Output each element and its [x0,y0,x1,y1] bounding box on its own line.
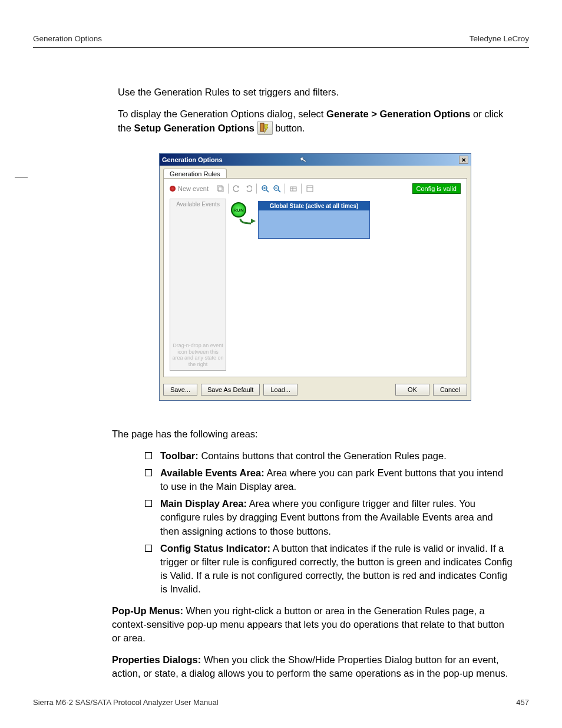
svg-rect-13 [307,186,313,192]
available-events-area[interactable]: Available Events Drag-n-drop an event ic… [170,199,226,371]
zoom-out-icon[interactable] [272,183,282,194]
dialog-footer: Save... Save As Default Load... OK Cance… [163,384,467,396]
intro-p2: To display the Generation Options dialog… [118,107,513,135]
available-events-hint: Drag-n-drop an event icon between this a… [171,342,224,368]
header-right: Teledyne LeCroy [470,34,529,43]
config-status-indicator[interactable]: Config is valid [412,183,461,194]
ok-button[interactable]: OK [395,384,429,396]
toolbar-label: Toolbar: [160,450,199,461]
toolbar-separator [228,183,229,194]
main-display-area[interactable]: RUN Global State (active at all times) [229,199,461,371]
save-button[interactable]: Save... [163,384,197,396]
header-rule [33,47,529,48]
header-left: Generation Options [33,34,102,43]
global-state-block[interactable]: Global State (active at all times) [258,201,370,239]
props-paragraph: Properties Dialogs: When you click the S… [112,653,513,680]
dialog-toolbar: New event [170,182,461,195]
tab-generation-rules[interactable]: Generation Rules [163,169,227,179]
intro-p2e: button. [275,123,305,133]
dialog-tabrow: Generation Rules [160,166,471,178]
toolbar-separator [285,183,286,194]
grid-icon[interactable] [288,183,299,194]
intro-p2d: Setup Generation Options [134,123,254,133]
save-default-button[interactable]: Save As Default [201,384,260,396]
close-button[interactable]: ✕ [459,156,468,164]
undo-icon[interactable] [232,183,242,194]
svg-line-4 [266,190,269,192]
svg-rect-0 [260,123,264,131]
generation-options-dialog: Generation Options ↖ ✕ Generation Rules … [159,153,471,401]
toolbar-separator [256,183,257,194]
intro-p2b: Generate > Generation Options [326,108,470,119]
new-event-button[interactable]: New event [170,185,209,192]
footer-left: Sierra M6-2 SAS/SATA Protocol Analyzer U… [33,698,219,707]
popup-paragraph: Pop-Up Menus: When you right-click a but… [112,604,513,645]
svg-line-8 [278,190,280,192]
toolbar-separator [301,183,302,194]
zoom-in-icon[interactable] [260,183,270,194]
run-arrow-icon [239,218,256,225]
run-node[interactable]: RUN [231,202,246,218]
list-item: Toolbar: Contains buttons that control t… [145,449,513,463]
load-button[interactable]: Load... [263,384,297,396]
main-label: Main Display Area: [160,498,247,509]
props-label: Properties Dialogs: [112,654,201,665]
intro-p2a: To display the Generation Options dialog… [118,108,326,119]
new-event-label: New event [178,185,209,192]
redo-icon[interactable] [243,183,254,194]
dialog-titlebar: Generation Options ↖ ✕ [160,154,471,166]
popup-label: Pop-Up Menus: [112,605,183,616]
toolbar-text: Contains buttons that control the Genera… [201,450,446,461]
svg-rect-2 [219,187,223,192]
cancel-button[interactable]: Cancel [433,384,467,396]
global-state-title: Global State (active at all times) [259,202,369,210]
setup-gen-options-icon [257,121,273,135]
avail-label: Available Events Area: [160,467,265,478]
dialog-title: Generation Options [162,156,223,163]
new-event-icon [170,186,176,192]
list-item: Available Events Area: Area where you ca… [145,466,513,493]
dialog-panel: New event [163,178,467,377]
config-label: Config Status Indicator: [160,543,270,554]
intro-p1: Use the Generation Rules to set triggers… [118,85,513,99]
svg-rect-1 [217,186,222,190]
cursor-icon: ↖ [299,154,307,164]
properties-icon[interactable] [305,183,315,194]
areas-intro: The page has the following areas: [112,427,513,441]
side-marker [15,177,28,177]
list-item: Main Display Area: Area where you config… [145,497,513,538]
footer-right: 457 [516,698,529,707]
copy-icon[interactable] [215,183,226,194]
list-item: Config Status Indicator: A button that i… [145,542,513,596]
areas-list: Toolbar: Contains buttons that control t… [145,449,513,596]
available-events-label: Available Events [170,199,226,209]
